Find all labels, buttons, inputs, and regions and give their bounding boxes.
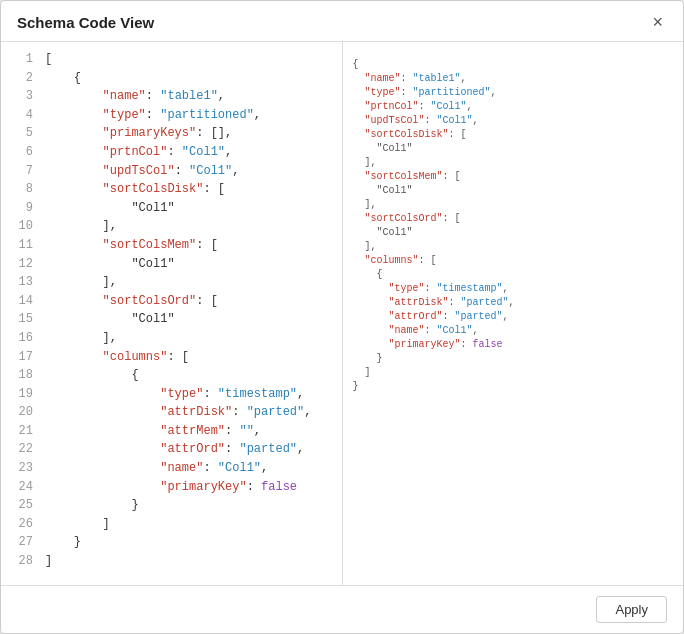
line-number: 27	[9, 533, 33, 552]
code-line: 6 "prtnCol": "Col1",	[1, 143, 342, 162]
code-line: 21 "attrMem": "",	[1, 422, 342, 441]
line-content: {	[45, 366, 139, 385]
code-line: 13 ],	[1, 273, 342, 292]
line-content: "attrOrd": "parted",	[45, 440, 304, 459]
apply-button[interactable]: Apply	[596, 596, 667, 623]
code-line: 9 "Col1"	[1, 199, 342, 218]
line-number: 23	[9, 459, 33, 478]
code-line: 5 "primaryKeys": [],	[1, 124, 342, 143]
line-number: 26	[9, 515, 33, 534]
line-content: ]	[45, 515, 110, 534]
line-content: "name": "table1",	[45, 87, 225, 106]
code-line: 2 {	[1, 69, 342, 88]
line-content: }	[45, 496, 139, 515]
code-line: 19 "type": "timestamp",	[1, 385, 342, 404]
code-line: 17 "columns": [	[1, 348, 342, 367]
line-number: 16	[9, 329, 33, 348]
line-content: "sortColsOrd": [	[45, 292, 218, 311]
dialog-title: Schema Code View	[17, 14, 154, 31]
line-number: 11	[9, 236, 33, 255]
line-content: "attrMem": "",	[45, 422, 261, 441]
line-number: 3	[9, 87, 33, 106]
code-line: 27 }	[1, 533, 342, 552]
line-number: 12	[9, 255, 33, 274]
code-line: 26 ]	[1, 515, 342, 534]
line-number: 9	[9, 199, 33, 218]
line-content: "Col1"	[45, 199, 175, 218]
line-content: "primaryKeys": [],	[45, 124, 232, 143]
code-line: 12 "Col1"	[1, 255, 342, 274]
code-line: 25 }	[1, 496, 342, 515]
code-line: 3 "name": "table1",	[1, 87, 342, 106]
code-line: 23 "name": "Col1",	[1, 459, 342, 478]
line-number: 7	[9, 162, 33, 181]
line-content: "sortColsDisk": [	[45, 180, 225, 199]
line-number: 22	[9, 440, 33, 459]
code-line: 14 "sortColsOrd": [	[1, 292, 342, 311]
line-content: "columns": [	[45, 348, 189, 367]
line-number: 28	[9, 552, 33, 571]
line-content: "sortColsMem": [	[45, 236, 218, 255]
line-content: "Col1"	[45, 255, 175, 274]
code-line: 7 "updTsCol": "Col1",	[1, 162, 342, 181]
dialog-header: Schema Code View ×	[1, 1, 683, 42]
line-number: 24	[9, 478, 33, 497]
code-line: 28]	[1, 552, 342, 571]
code-line: 24 "primaryKey": false	[1, 478, 342, 497]
line-content: ],	[45, 273, 117, 292]
code-line: 8 "sortColsDisk": [	[1, 180, 342, 199]
line-number: 17	[9, 348, 33, 367]
line-content: "attrDisk": "parted",	[45, 403, 311, 422]
line-number: 4	[9, 106, 33, 125]
line-number: 15	[9, 310, 33, 329]
line-number: 5	[9, 124, 33, 143]
left-code-pane[interactable]: 1[2 {3 "name": "table1",4 "type": "parti…	[1, 42, 343, 585]
line-number: 19	[9, 385, 33, 404]
line-number: 20	[9, 403, 33, 422]
line-number: 18	[9, 366, 33, 385]
line-content: }	[45, 533, 81, 552]
dialog-body: 1[2 {3 "name": "table1",4 "type": "parti…	[1, 42, 683, 585]
code-line: 16 ],	[1, 329, 342, 348]
line-number: 1	[9, 50, 33, 69]
schema-code-dialog: Schema Code View × 1[2 {3 "name": "table…	[0, 0, 684, 634]
line-content: "prtnCol": "Col1",	[45, 143, 232, 162]
line-number: 21	[9, 422, 33, 441]
line-content: "primaryKey": false	[45, 478, 297, 497]
close-button[interactable]: ×	[648, 11, 667, 33]
line-content: "name": "Col1",	[45, 459, 268, 478]
code-line: 4 "type": "partitioned",	[1, 106, 342, 125]
line-content: "updTsCol": "Col1",	[45, 162, 239, 181]
line-number: 13	[9, 273, 33, 292]
line-number: 10	[9, 217, 33, 236]
line-content: [	[45, 50, 52, 69]
code-line: 15 "Col1"	[1, 310, 342, 329]
code-line: 11 "sortColsMem": [	[1, 236, 342, 255]
dialog-footer: Apply	[1, 585, 683, 633]
line-content: {	[45, 69, 81, 88]
line-number: 14	[9, 292, 33, 311]
line-number: 8	[9, 180, 33, 199]
line-content: "Col1"	[45, 310, 175, 329]
right-mini-code: { "name": "table1", "type": "partitioned…	[343, 50, 684, 402]
line-number: 25	[9, 496, 33, 515]
code-line: 10 ],	[1, 217, 342, 236]
code-line: 20 "attrDisk": "parted",	[1, 403, 342, 422]
right-code-pane: { "name": "table1", "type": "partitioned…	[343, 42, 684, 585]
line-content: ]	[45, 552, 52, 571]
line-content: "type": "partitioned",	[45, 106, 261, 125]
line-number: 2	[9, 69, 33, 88]
code-line: 1[	[1, 50, 342, 69]
line-content: ],	[45, 217, 117, 236]
line-number: 6	[9, 143, 33, 162]
line-content: "type": "timestamp",	[45, 385, 304, 404]
code-line: 22 "attrOrd": "parted",	[1, 440, 342, 459]
code-line: 18 {	[1, 366, 342, 385]
line-content: ],	[45, 329, 117, 348]
